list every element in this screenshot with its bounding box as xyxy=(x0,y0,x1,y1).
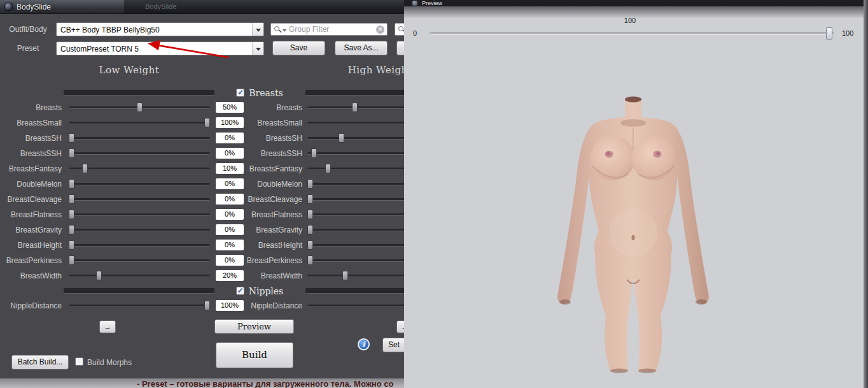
high-weight-slider[interactable] xyxy=(307,106,404,109)
weight-slider-thumb[interactable] xyxy=(826,27,832,40)
batch-build-button[interactable]: Batch Build... xyxy=(11,355,69,370)
dropdown-arrow-zone[interactable] xyxy=(252,23,263,36)
copy-sliders-left-button[interactable]: → xyxy=(99,320,116,333)
slider-thumb[interactable] xyxy=(69,255,74,265)
low-weight-slider[interactable] xyxy=(69,137,210,140)
weight-value-label: 100 xyxy=(598,17,662,24)
settings-button[interactable]: Set xyxy=(382,338,404,352)
preview-button[interactable]: Preview xyxy=(214,319,294,334)
slider-thumb[interactable] xyxy=(69,225,74,234)
slider-thumb[interactable] xyxy=(307,255,313,265)
slider-thumb[interactable] xyxy=(69,133,74,143)
slider-label-high: BreastFlatness xyxy=(245,207,302,222)
slider-value-field[interactable]: 100% xyxy=(216,300,244,311)
high-weight-slider[interactable] xyxy=(307,152,404,155)
high-weight-slider[interactable] xyxy=(307,305,404,307)
body-model-render[interactable] xyxy=(531,91,735,384)
bodyslide-window: BodySlide BodySlide Outfit/Body CB++ Bod… xyxy=(0,0,404,388)
slider-value-field[interactable]: 10% xyxy=(216,163,244,174)
low-weight-slider[interactable] xyxy=(69,183,210,185)
slider-value-field[interactable]: 0% xyxy=(216,178,244,189)
search-options-chevron-icon[interactable] xyxy=(283,29,286,32)
slider-thumb[interactable] xyxy=(339,133,344,143)
low-weight-slider[interactable] xyxy=(69,229,210,231)
slider-thumb[interactable] xyxy=(69,194,74,204)
high-weight-slider[interactable] xyxy=(307,275,404,277)
slider-thumb[interactable] xyxy=(325,164,331,173)
high-weight-slider[interactable] xyxy=(307,213,404,216)
high-weight-slider[interactable] xyxy=(307,229,404,231)
high-weight-slider[interactable] xyxy=(307,168,404,170)
copy-sliders-right-button[interactable]: → xyxy=(396,320,404,333)
slider-thumb[interactable] xyxy=(307,240,313,250)
dropdown-arrow-zone[interactable] xyxy=(252,42,263,55)
slider-thumb[interactable] xyxy=(69,179,74,189)
high-weight-slider[interactable] xyxy=(307,259,404,262)
slider-thumb[interactable] xyxy=(69,240,74,250)
preview-window: Preview 100 0 100 xyxy=(404,0,868,388)
search-icon xyxy=(398,26,403,31)
slider-thumb[interactable] xyxy=(69,148,74,158)
low-weight-slider[interactable] xyxy=(69,244,210,247)
slider-label-low: BreastsSSH xyxy=(0,146,62,161)
category-checkbox[interactable]: ✓ xyxy=(236,287,244,295)
low-weight-slider[interactable] xyxy=(69,259,210,262)
slider-value-field[interactable]: 0% xyxy=(216,240,244,250)
partial-button[interactable] xyxy=(396,41,404,55)
slider-thumb[interactable] xyxy=(307,179,313,189)
slider-thumb[interactable] xyxy=(204,118,210,127)
low-weight-slider[interactable] xyxy=(69,213,210,216)
save-button[interactable]: Save xyxy=(272,41,325,55)
outfit-filter-box[interactable] xyxy=(395,23,404,36)
slider-value-field[interactable]: 0% xyxy=(216,209,244,220)
slider-thumb[interactable] xyxy=(96,271,102,280)
low-weight-slider[interactable] xyxy=(69,106,210,109)
build-morphs-checkbox[interactable] xyxy=(75,357,83,366)
slider-thumb[interactable] xyxy=(307,194,313,204)
low-weight-slider[interactable] xyxy=(69,122,210,124)
group-filter-box[interactable]: ✕ xyxy=(270,23,388,36)
footer-bar: - Preset – готовые варианты для загружен… xyxy=(0,378,404,388)
high-weight-slider[interactable] xyxy=(307,137,404,140)
save-as-button[interactable]: Save As... xyxy=(335,41,388,55)
info-icon[interactable]: i xyxy=(358,338,370,350)
slider-thumb[interactable] xyxy=(342,271,348,280)
low-weight-slider[interactable] xyxy=(69,152,210,155)
slider-thumb[interactable] xyxy=(82,164,88,173)
category-checkbox[interactable]: ✓ xyxy=(236,89,244,97)
slider-value-field[interactable]: 0% xyxy=(216,148,244,159)
high-weight-slider[interactable] xyxy=(307,244,404,247)
chevron-down-icon xyxy=(256,29,261,32)
slider-label-high: BreastsSH xyxy=(245,131,302,146)
slider-value-field[interactable]: 0% xyxy=(216,133,244,143)
group-filter-input[interactable] xyxy=(289,24,372,34)
weight-slider-track[interactable] xyxy=(430,32,834,35)
build-button[interactable]: Build xyxy=(216,342,293,368)
slider-thumb[interactable] xyxy=(137,103,143,112)
slider-thumb[interactable] xyxy=(311,148,317,158)
slider-thumb[interactable] xyxy=(307,210,313,219)
slider-value-field[interactable]: 0% xyxy=(216,224,244,235)
slider-value-field[interactable]: 20% xyxy=(216,270,244,281)
high-weight-slider[interactable] xyxy=(307,122,404,124)
low-weight-slider[interactable] xyxy=(69,168,210,170)
slider-thumb[interactable] xyxy=(352,103,358,112)
clear-filter-icon[interactable]: ✕ xyxy=(376,25,384,34)
high-weight-slider[interactable] xyxy=(307,198,404,201)
slider-thumb[interactable] xyxy=(204,301,210,310)
slider-thumb[interactable] xyxy=(69,210,74,219)
slider-value-field[interactable]: 50% xyxy=(216,102,244,113)
low-weight-slider[interactable] xyxy=(69,305,210,307)
slider-thumb[interactable] xyxy=(307,225,313,234)
category-separator xyxy=(305,90,404,96)
low-weight-slider[interactable] xyxy=(69,198,210,201)
slider-value-field[interactable]: 0% xyxy=(216,255,244,266)
low-weight-slider[interactable] xyxy=(69,275,210,277)
title-bar[interactable]: BodySlide BodySlide xyxy=(0,0,404,14)
slider-value-field[interactable]: 0% xyxy=(216,194,244,205)
preview-title-bar[interactable]: Preview xyxy=(404,0,868,6)
high-weight-slider[interactable] xyxy=(307,183,404,185)
outfit-body-dropdown[interactable]: CB++ Body TBBP BellyBig50 xyxy=(56,22,264,36)
slider-value-field[interactable]: 100% xyxy=(216,117,244,128)
slider-row: BreastWidth20%BreastWidth xyxy=(0,268,404,284)
